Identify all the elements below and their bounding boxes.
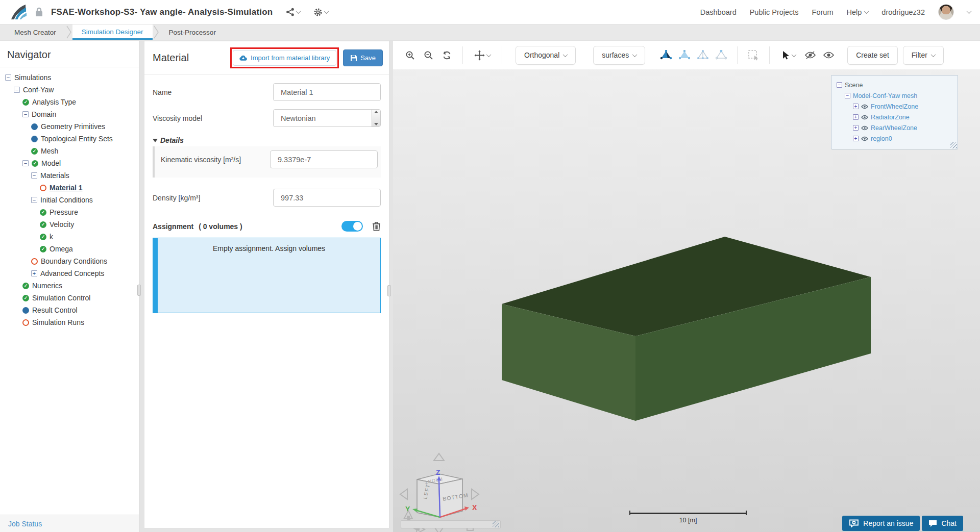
nav-link-help[interactable]: Help <box>847 8 869 16</box>
nav-item-conf-yaw[interactable]: −Conf-Yaw <box>0 84 139 96</box>
panel-resize-handle[interactable] <box>387 285 391 296</box>
rotate-right-button[interactable] <box>472 489 479 499</box>
nav-item-advanced-concepts[interactable]: +Advanced Concepts <box>0 267 139 280</box>
scene-panel-resize-grip[interactable] <box>950 142 957 148</box>
eye-icon[interactable] <box>861 115 871 120</box>
nav-item-k[interactable]: k <box>0 231 139 243</box>
share-menu[interactable] <box>286 8 300 16</box>
hide-icon[interactable] <box>803 48 817 62</box>
username[interactable]: drodriguez32 <box>881 8 925 16</box>
select-spinner[interactable] <box>372 110 380 126</box>
viscosity-model-value[interactable] <box>273 109 381 127</box>
nav-item-analysis-type[interactable]: Analysis Type <box>0 96 139 108</box>
name-input[interactable] <box>273 83 381 101</box>
kinematic-viscosity-input[interactable] <box>270 150 378 168</box>
viscosity-model-select[interactable] <box>273 109 381 127</box>
tab-simulation-designer[interactable]: Simulation Designer <box>72 24 153 40</box>
details-collapse-header[interactable]: Details <box>144 131 389 146</box>
pan-move-icon[interactable] <box>472 48 493 62</box>
select-node-icon[interactable] <box>715 48 728 62</box>
nav-link-public-projects[interactable]: Public Projects <box>750 8 799 16</box>
filter-button[interactable]: Filter <box>903 46 944 65</box>
scene-item-scene[interactable]: −Scene <box>837 80 954 90</box>
expand-icon[interactable]: + <box>853 125 859 131</box>
zoom-in-icon[interactable] <box>403 48 416 62</box>
chat-button[interactable]: Chat <box>922 516 963 531</box>
simscale-logo[interactable] <box>9 3 27 21</box>
nav-item-boundary-conditions[interactable]: Boundary Conditions <box>0 255 139 267</box>
nav-item-simulation-control[interactable]: Simulation Control <box>0 292 139 304</box>
nav-item-pressure[interactable]: Pressure <box>0 206 139 218</box>
eye-icon[interactable] <box>861 104 871 109</box>
report-issue-button[interactable]: Report an issue <box>842 516 920 531</box>
rotate-up-button[interactable] <box>434 453 444 461</box>
collapse-icon[interactable]: − <box>845 93 850 98</box>
zoom-out-icon[interactable] <box>422 48 435 62</box>
orientation-widget[interactable]: LEFT BOTTOM FRONT X Y Z <box>393 416 495 532</box>
scene-item-region0[interactable]: +region0 <box>837 133 954 144</box>
nav-item-domain[interactable]: −Domain <box>0 108 139 120</box>
spin-down-icon[interactable] <box>374 123 378 125</box>
rotate-left-button[interactable] <box>400 489 407 499</box>
import-material-button[interactable]: Import from material library <box>233 50 336 66</box>
cursor-icon[interactable] <box>779 48 798 62</box>
marquee-select-icon[interactable] <box>747 48 760 62</box>
projection-mode-button[interactable]: Orthogonal <box>516 46 576 65</box>
empty-assignment-box[interactable]: Empty assignment. Assign volumes <box>153 238 381 313</box>
collapse-icon[interactable]: − <box>22 111 29 117</box>
scene-item-radiatorzone[interactable]: +RadiatorZone <box>837 112 954 122</box>
viewport-canvas[interactable]: −Scene−Model-Conf-Yaw mesh+FrontWheelZon… <box>393 69 980 532</box>
nav-item-simulations[interactable]: −Simulations <box>0 71 139 84</box>
collapse-icon[interactable]: − <box>31 172 37 179</box>
chevron-down-icon[interactable] <box>967 9 972 14</box>
scene-item-frontwheelzone[interactable]: +FrontWheelZone <box>837 101 954 112</box>
collapse-icon[interactable]: − <box>5 74 11 81</box>
nav-item-mesh[interactable]: Mesh <box>0 145 139 157</box>
scene-item-rearwheelzone[interactable]: +RearWheelZone <box>837 122 954 133</box>
density-input[interactable] <box>273 189 381 207</box>
trash-icon[interactable] <box>372 221 381 231</box>
nav-item-material-1[interactable]: Material 1 <box>0 182 139 194</box>
refresh-icon[interactable] <box>440 48 453 62</box>
collapse-icon[interactable]: − <box>14 87 20 93</box>
viewport-scrollbar[interactable] <box>401 520 501 528</box>
nav-link-dashboard[interactable]: Dashboard <box>700 8 737 16</box>
nav-item-materials[interactable]: −Materials <box>0 169 139 182</box>
panel-resize-handle[interactable] <box>137 285 141 296</box>
select-edge-icon[interactable] <box>696 48 709 62</box>
expand-icon[interactable]: + <box>31 270 37 276</box>
select-face-icon[interactable] <box>678 48 691 62</box>
collapse-icon[interactable]: − <box>837 82 842 88</box>
scrollbar-grip[interactable] <box>493 521 499 527</box>
show-icon[interactable] <box>822 48 835 62</box>
nav-item-initial-conditions[interactable]: −Initial Conditions <box>0 194 139 206</box>
spin-up-icon[interactable] <box>374 111 378 113</box>
nav-item-model[interactable]: −Model <box>0 157 139 169</box>
avatar[interactable] <box>938 4 954 20</box>
assignment-toggle[interactable] <box>341 221 363 232</box>
nav-item-omega[interactable]: Omega <box>0 243 139 255</box>
expand-icon[interactable]: + <box>853 114 859 120</box>
tab-mesh-creator[interactable]: Mesh Creator <box>5 24 65 40</box>
nav-item-numerics[interactable]: Numerics <box>0 280 139 292</box>
save-button[interactable]: Save <box>343 49 383 66</box>
scene-item-model-conf-yaw-mesh[interactable]: −Model-Conf-Yaw mesh <box>837 90 954 101</box>
job-status-button[interactable]: Job Status <box>0 515 139 532</box>
create-set-button[interactable]: Create set <box>847 46 898 65</box>
nav-item-velocity[interactable]: Velocity <box>0 218 139 231</box>
nav-item-result-control[interactable]: Result Control <box>0 304 139 316</box>
select-volume-icon[interactable] <box>659 48 673 62</box>
eye-icon[interactable] <box>861 136 871 141</box>
collapse-icon[interactable]: − <box>22 160 29 166</box>
nav-link-forum[interactable]: Forum <box>812 8 834 16</box>
expand-icon[interactable]: + <box>853 104 859 109</box>
collapse-icon[interactable]: − <box>31 197 37 203</box>
nav-item-geometry-primitives[interactable]: Geometry Primitives <box>0 120 139 133</box>
nav-item-topological-entity-sets[interactable]: Topological Entity Sets <box>0 133 139 145</box>
eye-icon[interactable] <box>861 125 871 131</box>
render-mode-button[interactable]: surfaces <box>593 46 645 65</box>
nav-item-simulation-runs[interactable]: Simulation Runs <box>0 316 139 328</box>
tab-post-processor[interactable]: Post-Processor <box>160 24 225 40</box>
expand-icon[interactable]: + <box>853 136 859 141</box>
settings-menu[interactable] <box>313 8 328 17</box>
